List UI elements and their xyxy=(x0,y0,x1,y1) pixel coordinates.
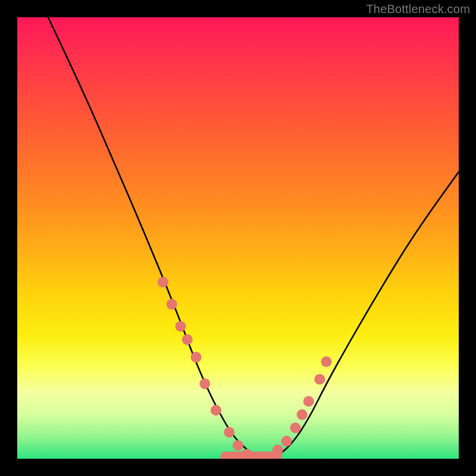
plot-area xyxy=(17,17,459,459)
bottleneck-curve-svg xyxy=(17,17,459,459)
scatter-point xyxy=(273,444,283,455)
scatter-point xyxy=(297,409,308,420)
scatter-point xyxy=(191,352,202,362)
scatter-point xyxy=(290,422,301,433)
scatter-point xyxy=(211,405,221,415)
scatter-point xyxy=(314,374,325,384)
scatter-point xyxy=(182,334,193,345)
watermark-text: TheBottleneck.com xyxy=(366,2,470,16)
scatter-point xyxy=(199,378,210,389)
scatter-point xyxy=(321,356,331,367)
scatter-point xyxy=(281,436,292,446)
scatter-point xyxy=(224,427,234,438)
scatter-point xyxy=(176,321,186,331)
bottleneck-curve xyxy=(48,17,459,459)
scatter-point xyxy=(303,396,314,407)
scatter-point xyxy=(242,449,252,459)
chart-stage: TheBottleneck.com xyxy=(0,0,476,476)
scatter-point xyxy=(233,440,243,451)
scatter-points xyxy=(158,277,332,459)
scatter-point xyxy=(167,299,177,309)
scatter-point xyxy=(158,277,168,287)
